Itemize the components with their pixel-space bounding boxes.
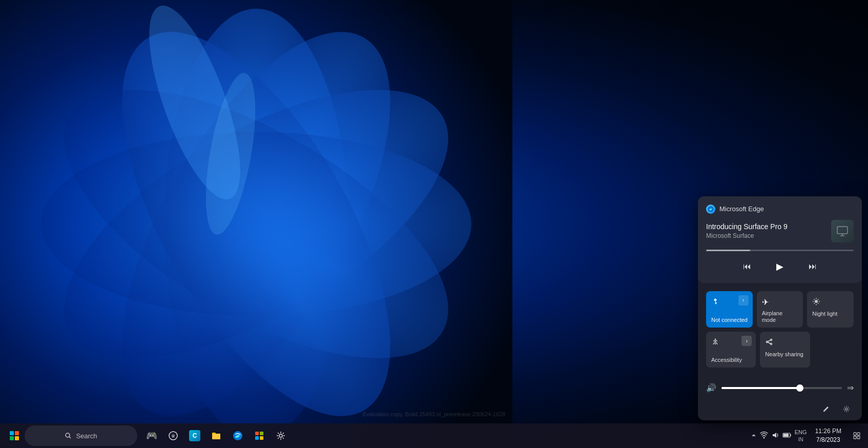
night-light-toggle[interactable]: Night light xyxy=(807,291,854,328)
empty-toggle-placeholder xyxy=(814,332,854,368)
svg-point-12 xyxy=(815,300,818,303)
media-title: Introducing Surface Pro 9 xyxy=(706,222,831,231)
network-icon[interactable] xyxy=(760,431,768,441)
taskbar-store[interactable] xyxy=(249,425,270,446)
taskbar-file-explorer[interactable] xyxy=(206,425,226,446)
media-subtitle: Microsoft Surface xyxy=(706,232,831,239)
accessibility-label: Accessibility xyxy=(711,357,742,363)
taskbar-settings[interactable] xyxy=(271,425,291,446)
svg-rect-27 xyxy=(255,432,259,435)
bluetooth-label: Not connected xyxy=(711,317,748,323)
nearby-sharing-label: Nearby sharing xyxy=(765,351,803,358)
volume-slider[interactable] xyxy=(721,387,842,389)
airplane-toggle[interactable]: ✈ Airplane mode xyxy=(757,291,803,328)
search-button[interactable]: Search xyxy=(25,425,137,446)
svg-point-31 xyxy=(279,434,282,437)
language-indicator[interactable]: ENG IN xyxy=(795,429,807,443)
svg-text:X: X xyxy=(172,434,175,439)
svg-rect-29 xyxy=(255,436,259,440)
toggle-row-2: › Accessibility Nea xyxy=(706,332,854,368)
volume-expand-button[interactable]: ⇒ xyxy=(847,383,854,393)
media-thumbnail xyxy=(831,220,854,242)
night-light-icon xyxy=(812,297,820,308)
edge-taskbar-icon xyxy=(233,431,243,441)
taskbar-xbox-button[interactable]: X xyxy=(163,425,183,446)
speaker-icon[interactable] xyxy=(771,431,779,441)
bluetooth-icon xyxy=(711,297,719,308)
systray-expand-button[interactable] xyxy=(751,432,757,440)
media-player: Microsoft Edge Introducing Surface Pro 9… xyxy=(698,196,862,283)
taskbar-edge[interactable] xyxy=(228,425,248,446)
search-label: Search xyxy=(76,432,97,440)
svg-point-16 xyxy=(767,341,768,343)
media-text: Introducing Surface Pro 9 Microsoft Surf… xyxy=(706,222,831,239)
svg-point-15 xyxy=(771,343,772,345)
edge-icon xyxy=(706,205,715,214)
airplane-icon: ✈ xyxy=(762,297,769,307)
nearby-sharing-icon xyxy=(765,338,773,348)
media-progress-bar[interactable] xyxy=(706,250,854,251)
quick-toggles: › Not connected ✈ Airplane mode xyxy=(698,285,862,378)
svg-point-21 xyxy=(66,433,70,437)
svg-rect-37 xyxy=(857,433,860,435)
accessibility-chevron[interactable]: › xyxy=(741,336,752,346)
settings-button[interactable] xyxy=(839,402,854,416)
nearby-sharing-toggle[interactable]: Nearby sharing xyxy=(760,332,810,368)
media-prev-button[interactable]: ⏮ xyxy=(739,258,755,275)
store-icon xyxy=(254,431,264,441)
media-progress-fill xyxy=(706,250,750,251)
svg-rect-28 xyxy=(260,432,263,435)
media-controls: ⏮ ▶ ⏭ xyxy=(706,258,854,275)
edit-quick-settings-button[interactable] xyxy=(819,402,833,416)
svg-line-18 xyxy=(768,342,771,343)
panel-footer xyxy=(698,398,862,420)
volume-slider-fill xyxy=(721,387,800,389)
svg-rect-38 xyxy=(854,436,856,439)
taskbar-right: ENG IN 11:26 PM 7/8/2023 xyxy=(751,427,864,444)
bluetooth-toggle[interactable]: › Not connected xyxy=(706,291,753,328)
accessibility-toggle[interactable]: › Accessibility xyxy=(706,332,756,368)
volume-icon: 🔊 xyxy=(706,383,716,393)
svg-point-13 xyxy=(715,339,716,340)
svg-rect-11 xyxy=(837,227,848,234)
taskbar-xbox-gamebar[interactable]: 🎮 xyxy=(141,425,162,446)
start-button[interactable] xyxy=(4,425,25,446)
systray: ENG IN xyxy=(751,429,807,443)
svg-rect-35 xyxy=(790,434,791,436)
battery-icon[interactable] xyxy=(782,432,792,440)
taskbar-clipchamp[interactable]: C xyxy=(184,425,205,446)
svg-rect-30 xyxy=(260,436,263,440)
svg-point-20 xyxy=(845,408,848,410)
media-source: Microsoft Edge xyxy=(706,205,854,214)
search-icon xyxy=(65,432,72,439)
svg-line-22 xyxy=(69,437,71,438)
svg-rect-39 xyxy=(857,436,860,439)
quick-settings-panel: Microsoft Edge Introducing Surface Pro 9… xyxy=(698,196,862,420)
volume-slider-thumb[interactable] xyxy=(796,384,803,392)
taskbar-center: 🎮 X C xyxy=(141,425,291,446)
svg-rect-34 xyxy=(783,434,789,437)
night-light-label: Night light xyxy=(812,311,837,317)
volume-row: 🔊 ⇒ xyxy=(698,378,862,398)
wallpaper xyxy=(0,0,512,448)
windows-logo xyxy=(10,431,19,440)
svg-point-14 xyxy=(771,339,772,341)
svg-rect-36 xyxy=(854,433,856,435)
media-next-button[interactable]: ⏭ xyxy=(804,258,821,275)
clock-time: 11:26 PM xyxy=(815,427,841,436)
clock[interactable]: 11:26 PM 7/8/2023 xyxy=(811,427,845,444)
svg-point-32 xyxy=(763,437,764,438)
bluetooth-chevron[interactable]: › xyxy=(738,295,749,306)
notifications-button[interactable] xyxy=(850,429,864,443)
media-play-button[interactable]: ▶ xyxy=(772,258,788,275)
accessibility-icon xyxy=(711,338,719,348)
media-info: Introducing Surface Pro 9 Microsoft Surf… xyxy=(706,220,854,242)
folder-icon xyxy=(211,431,221,441)
media-source-label: Microsoft Edge xyxy=(719,205,764,213)
clock-date: 7/8/2023 xyxy=(816,436,840,444)
airplane-label: Airplane mode xyxy=(762,310,798,323)
svg-line-17 xyxy=(768,340,771,341)
toggle-row-1: › Not connected ✈ Airplane mode xyxy=(706,291,854,328)
taskbar: Search 🎮 X C xyxy=(0,423,868,448)
settings-taskbar-icon xyxy=(276,431,286,441)
